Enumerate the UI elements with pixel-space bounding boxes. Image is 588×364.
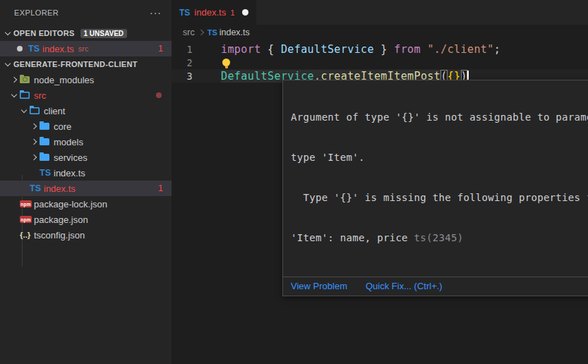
unsaved-count-badge: 1 UNSAVED (80, 29, 128, 38)
open-editors-label: OPEN EDITORS (13, 29, 75, 37)
tree-item-label: tsconfig.json (34, 230, 85, 241)
error-count-badge: 1 (158, 183, 163, 193)
chevron-down-icon (18, 105, 30, 116)
tree-item-label: index.ts (44, 183, 76, 194)
tree-item-client[interactable]: client (0, 103, 172, 119)
error-message-line: type 'Item'. (291, 151, 588, 164)
json-braces-icon: {..} (20, 231, 30, 239)
npm-file-icon: npm (20, 200, 32, 207)
line-number: 1 (172, 44, 193, 55)
tree-item-label: src (34, 90, 46, 101)
chevron-down-icon (2, 59, 13, 70)
tree-item-label: client (44, 106, 65, 116)
sidebar-header: EXPLORER ··· (0, 0, 172, 25)
code-token: "./client" (427, 43, 493, 56)
typescript-file-icon: TS (179, 8, 190, 18)
typescript-file-icon: TS (30, 183, 41, 193)
chevron-right-icon (197, 28, 205, 37)
tab-title: index.ts (194, 7, 226, 18)
error-count-badge: 1 (158, 44, 163, 54)
typescript-file-icon: TS (28, 44, 40, 54)
chevron-right-icon (28, 136, 40, 147)
chevron-right-icon (8, 74, 20, 85)
error-message-line: Type '{}' is missing the following prope… (291, 191, 588, 205)
tree-item-client-index-ts[interactable]: TS index.ts (0, 165, 172, 181)
chevron-down-icon (2, 28, 13, 39)
folder-icon (40, 154, 49, 161)
error-message: Argument of type '{}' is not assignable … (283, 80, 588, 277)
code-line[interactable]: 1import { DefaultService } from "./clien… (172, 42, 588, 56)
error-message-line: 'Item': name, price ts(2345) (291, 231, 588, 245)
tree-item-label: package-lock.json (34, 199, 107, 210)
chevron-right-icon (28, 121, 40, 132)
code-token: { (261, 43, 281, 56)
explorer-sidebar: EXPLORER ··· OPEN EDITORS 1 UNSAVED TS i… (0, 0, 172, 364)
tree-item-label: node_modules (34, 75, 94, 85)
tree-item-node-modules[interactable]: node_modules (0, 72, 172, 87)
code-token (421, 43, 427, 56)
chevron-spacer (8, 198, 20, 210)
breadcrumb: src TS index.ts (172, 25, 588, 40)
breadcrumb-file[interactable]: index.ts (220, 28, 250, 37)
tree-item-label: index.ts (54, 168, 85, 178)
chevron-spacer (28, 167, 40, 178)
tree-item-package-lock-json[interactable]: npm package-lock.json (0, 196, 172, 212)
chevron-spacer (8, 229, 20, 241)
project-section-header[interactable]: GENERATE-FRONTEND-CLIENT (0, 56, 172, 72)
folder-icon (40, 123, 49, 130)
code-token: import (221, 43, 261, 56)
tree-item-services[interactable]: services (0, 150, 172, 165)
lightbulb-icon[interactable] (222, 59, 230, 66)
code-token: from (394, 43, 421, 56)
chevron-right-icon (28, 152, 40, 163)
tree-item-label: services (54, 152, 88, 163)
code-token: } (374, 43, 394, 56)
tree-item-models[interactable]: models (0, 134, 172, 150)
chevron-spacer (18, 183, 30, 194)
open-editors-section-header[interactable]: OPEN EDITORS 1 UNSAVED (0, 25, 172, 41)
node-modules-folder-icon (20, 76, 30, 83)
tree-item-label: models (54, 137, 83, 147)
tree-item-src[interactable]: src (0, 87, 172, 103)
code-line[interactable]: 2 (172, 56, 588, 69)
tree-item-label: package.json (34, 214, 88, 225)
typescript-file-icon: TS (208, 28, 217, 37)
open-editor-item-index-ts[interactable]: TS index.ts src 1 (0, 41, 172, 56)
breadcrumb-folder[interactable]: src (183, 28, 195, 37)
tree-item-tsconfig-json[interactable]: {..} tsconfig.json (0, 227, 172, 243)
error-code: ts(2345) (414, 232, 464, 243)
unsaved-dot-icon[interactable] (242, 9, 248, 16)
open-editor-description: src (78, 44, 89, 53)
view-problem-link[interactable]: View Problem (291, 281, 347, 291)
tree-item-core[interactable]: core (0, 119, 172, 134)
open-folder-icon (30, 107, 40, 114)
code-area[interactable]: 1import { DefaultService } from "./clien… (172, 40, 588, 83)
open-editor-filename: index.ts (42, 44, 74, 54)
folder-icon (40, 138, 49, 145)
modified-dot-icon (17, 46, 23, 51)
open-folder-icon (20, 92, 30, 99)
line-number: 2 (172, 57, 193, 68)
typescript-file-icon: TS (40, 168, 51, 178)
code-token: DefaultService (281, 43, 374, 56)
tab-index-ts[interactable]: TS index.ts 1 (172, 0, 256, 25)
tree-item-label: core (54, 121, 71, 132)
tree-item-src-index-ts[interactable]: TS index.ts 1 (0, 181, 172, 196)
tree-item-package-json[interactable]: npm package.json (0, 212, 172, 227)
chevron-down-icon (8, 90, 20, 101)
error-message-line: Argument of type '{}' is not assignable … (291, 111, 588, 124)
tooltip-actions: View Problem Quick Fix... (Ctrl+.) (283, 277, 588, 296)
line-number: 3 (172, 71, 193, 82)
file-tree: node_modules src client core models se (0, 72, 172, 243)
quick-fix-link[interactable]: Quick Fix... (Ctrl+.) (366, 281, 443, 291)
npm-file-icon: npm (20, 216, 32, 223)
code-token: ; (494, 43, 500, 56)
tab-bar: TS index.ts 1 (172, 0, 588, 25)
error-tooltip: Argument of type '{}' is not assignable … (282, 80, 588, 296)
tab-error-count: 1 (230, 8, 234, 17)
sidebar-title: EXPLORER (14, 8, 150, 17)
more-actions-icon[interactable]: ··· (150, 7, 162, 18)
folder-error-dot (156, 92, 162, 98)
chevron-spacer (8, 214, 20, 225)
project-name-label: GENERATE-FRONTEND-CLIENT (13, 60, 138, 68)
